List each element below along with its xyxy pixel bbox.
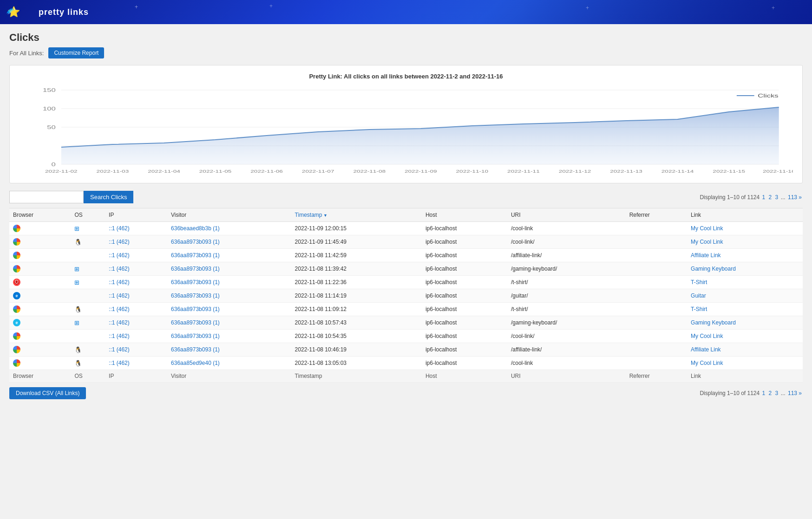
cell-browser-6: [9, 303, 71, 316]
cell-link-0[interactable]: My Cool Link: [687, 222, 803, 235]
cell-link-2[interactable]: Affiliate Link: [687, 249, 803, 262]
col-ip[interactable]: IP: [105, 208, 167, 222]
cell-browser-3: [9, 262, 71, 276]
cell-link-9[interactable]: Affiliate Link: [687, 343, 803, 357]
cell-ip-2[interactable]: ::1 (462): [105, 249, 167, 262]
col-visitor[interactable]: Visitor: [167, 208, 291, 222]
cell-link-5[interactable]: Guitar: [687, 289, 803, 303]
bottom-page-last[interactable]: 113 »: [788, 390, 802, 396]
cell-host-6: ip6-localhost: [422, 303, 507, 316]
cell-visitor-8[interactable]: 636aa8973b093 (1): [167, 330, 291, 343]
cell-ip-9[interactable]: ::1 (462): [105, 343, 167, 357]
col-uri[interactable]: URI: [507, 208, 626, 222]
brand-name: pretty links: [39, 7, 89, 17]
for-all-links-row: For All Links: Customize Report: [9, 47, 803, 58]
svg-text:2022-11-04: 2022-11-04: [148, 169, 180, 173]
chart-container: Pretty Link: All clicks on all links bet…: [9, 65, 803, 183]
cell-host-5: ip6-localhost: [422, 289, 507, 303]
cell-ip-6[interactable]: ::1 (462): [105, 303, 167, 316]
svg-text:Clicks: Clicks: [758, 93, 778, 98]
cell-ip-4[interactable]: ::1 (462): [105, 276, 167, 289]
cell-link-7[interactable]: Gaming Keyboard: [687, 316, 803, 330]
cell-os-0: ⊞: [71, 222, 105, 235]
cell-link-3[interactable]: Gaming Keyboard: [687, 262, 803, 276]
bottom-page-1[interactable]: 1: [762, 390, 766, 396]
col-browser[interactable]: Browser: [9, 208, 71, 222]
cell-visitor-4[interactable]: 636aa8973b093 (1): [167, 276, 291, 289]
col-timestamp[interactable]: Timestamp: [291, 208, 422, 222]
cell-os-2: [71, 249, 105, 262]
cell-os-4: ⊞: [71, 276, 105, 289]
svg-text:2022-11-05: 2022-11-05: [199, 169, 232, 173]
cell-timestamp-6: 2022-11-08 11:09:12: [291, 303, 422, 316]
cell-os-10: 🐧: [71, 357, 105, 370]
cell-timestamp-7: 2022-11-08 10:57:43: [291, 316, 422, 330]
bottom-page-3[interactable]: 3: [775, 390, 779, 396]
col-link[interactable]: Link: [687, 208, 803, 222]
cell-timestamp-9: 2022-11-08 10:46:19: [291, 343, 422, 357]
cell-browser-9: [9, 343, 71, 357]
cell-ip-0[interactable]: ::1 (462): [105, 222, 167, 235]
cell-uri-1: /cool-link/: [507, 235, 626, 249]
page-ellipsis: ...: [781, 194, 787, 201]
chart-area-fill: [61, 107, 779, 164]
cell-visitor-10[interactable]: 636aa85ed9e40 (1): [167, 357, 291, 370]
col-host[interactable]: Host: [422, 208, 507, 222]
cell-referrer-7: [626, 316, 687, 330]
cell-timestamp-4: 2022-11-08 11:22:36: [291, 276, 422, 289]
cell-uri-9: /affiliate-link/: [507, 343, 626, 357]
download-csv-button[interactable]: Download CSV (All Links): [9, 387, 86, 399]
svg-text:2022-11-02: 2022-11-02: [45, 169, 78, 173]
cell-visitor-2[interactable]: 636aa8973b093 (1): [167, 249, 291, 262]
cell-visitor-6[interactable]: 636aa8973b093 (1): [167, 303, 291, 316]
col-os[interactable]: OS: [71, 208, 105, 222]
cell-referrer-2: [626, 249, 687, 262]
cell-visitor-7[interactable]: 636aa8973b093 (1): [167, 316, 291, 330]
cell-browser-4: O: [9, 276, 71, 289]
cell-visitor-0[interactable]: 636beaaed8b3b (1): [167, 222, 291, 235]
page-last[interactable]: 113 »: [788, 194, 802, 201]
cell-timestamp-5: 2022-11-08 11:14:19: [291, 289, 422, 303]
svg-text:2022-11-14: 2022-11-14: [661, 169, 694, 173]
cell-uri-6: /t-shirt/: [507, 303, 626, 316]
page-2[interactable]: 2: [769, 194, 772, 201]
star-icon: ⭐: [7, 6, 20, 18]
cell-ip-1[interactable]: ::1 (462): [105, 235, 167, 249]
cell-ip-5[interactable]: ::1 (462): [105, 289, 167, 303]
cell-ip-3[interactable]: ::1 (462): [105, 262, 167, 276]
cell-timestamp-8: 2022-11-08 10:54:35: [291, 330, 422, 343]
cell-visitor-9[interactable]: 636aa8973b093 (1): [167, 343, 291, 357]
cell-referrer-10: [626, 357, 687, 370]
svg-text:2022-11-10: 2022-11-10: [456, 169, 489, 173]
table-row: ::1 (462) 636aa8973b093 (1) 2022-11-08 1…: [9, 249, 803, 262]
customize-report-button[interactable]: Customize Report: [48, 47, 104, 58]
cell-referrer-6: [626, 303, 687, 316]
page-1[interactable]: 1: [762, 194, 766, 201]
cell-uri-2: /affiliate-link/: [507, 249, 626, 262]
display-text: Displaying 1–10 of 1124: [700, 194, 760, 201]
cell-ip-8[interactable]: ::1 (462): [105, 330, 167, 343]
app-header: ⭐ pretty links + + + +: [0, 0, 812, 24]
svg-text:2022-11-16: 2022-11-16: [763, 169, 793, 173]
cell-link-6[interactable]: T-Shirt: [687, 303, 803, 316]
cell-visitor-5[interactable]: 636aa8973b093 (1): [167, 289, 291, 303]
cell-ip-10[interactable]: ::1 (462): [105, 357, 167, 370]
cell-link-8[interactable]: My Cool Link: [687, 330, 803, 343]
chart-area: 150 100 50 0 2022-11-02 2022-11-03 2022: [19, 85, 793, 178]
cell-visitor-3[interactable]: 636aa8973b093 (1): [167, 262, 291, 276]
cell-link-1[interactable]: My Cool Link: [687, 235, 803, 249]
search-input[interactable]: [9, 191, 84, 203]
cell-ip-7[interactable]: ::1 (462): [105, 316, 167, 330]
bottom-page-2[interactable]: 2: [769, 390, 772, 396]
footer-host: Host: [422, 370, 507, 383]
page-3[interactable]: 3: [775, 194, 779, 201]
cell-host-9: ip6-localhost: [422, 343, 507, 357]
cell-link-10[interactable]: My Cool Link: [687, 357, 803, 370]
search-button[interactable]: Search Clicks: [84, 191, 133, 203]
cell-link-4[interactable]: T-Shirt: [687, 276, 803, 289]
col-referrer[interactable]: Referrer: [626, 208, 687, 222]
svg-text:2022-11-07: 2022-11-07: [302, 169, 334, 173]
cell-browser-8: [9, 330, 71, 343]
svg-text:2022-11-09: 2022-11-09: [405, 169, 437, 173]
cell-visitor-1[interactable]: 636aa8973b093 (1): [167, 235, 291, 249]
